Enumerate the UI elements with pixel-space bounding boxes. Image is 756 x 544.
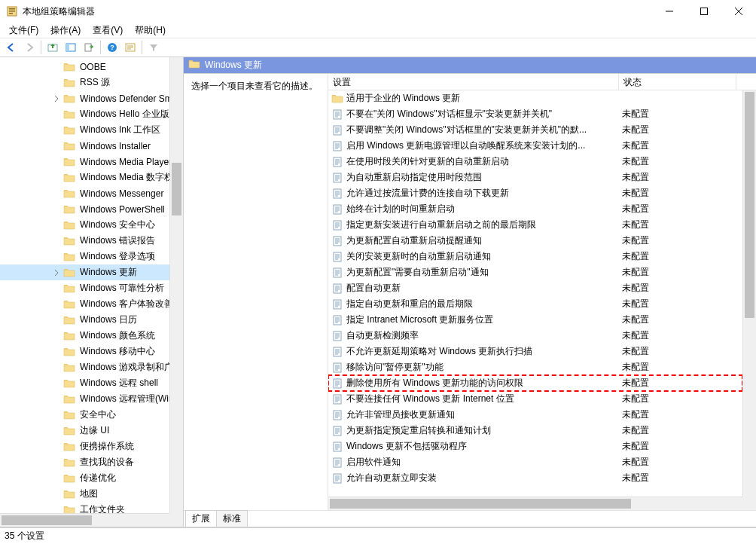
column-state[interactable]: 状态	[619, 74, 736, 90]
list-row[interactable]: 指定更新安装进行自动重新启动之前的最后期限未配置	[328, 217, 742, 233]
expander-icon[interactable]	[51, 315, 62, 325]
list-row[interactable]: 指定 Intranet Microsoft 更新服务位置未配置	[328, 312, 742, 328]
expander-icon[interactable]	[51, 426, 62, 436]
forward-button[interactable]	[21, 39, 38, 56]
list-row[interactable]: 关闭安装更新时的自动重新启动通知未配置	[328, 249, 742, 264]
expander-icon[interactable]	[51, 505, 62, 514]
tree-item[interactable]: 安全中心	[0, 407, 169, 423]
back-button[interactable]	[3, 39, 20, 56]
tree-item[interactable]: Windows Media 数字权	[0, 170, 169, 185]
expander-icon[interactable]	[51, 362, 62, 373]
tab-standard[interactable]: 标准	[216, 510, 248, 527]
tree-item[interactable]: 工作文件夹	[0, 502, 169, 513]
tree-item[interactable]: 地图	[0, 486, 169, 502]
expander-icon[interactable]	[51, 442, 62, 452]
menu-view[interactable]: 查看(V)	[88, 23, 127, 38]
tree-item[interactable]: Windows 日历	[0, 312, 169, 328]
tree-scroll[interactable]: OOBERSS 源Windows Defender SmartScreenWin…	[0, 57, 169, 513]
tree-item[interactable]: 边缘 UI	[0, 423, 169, 439]
properties-button[interactable]	[122, 39, 139, 56]
list-row[interactable]: 为更新配置"需要自动重新启动"通知未配置	[328, 264, 742, 280]
list-row[interactable]: 删除使用所有 Windows 更新功能的访问权限未配置	[328, 375, 742, 391]
expander-icon[interactable]	[51, 394, 62, 405]
tree-item[interactable]: Windows 远程管理(WinRM)	[0, 391, 169, 407]
expander-icon[interactable]	[51, 267, 62, 278]
list-vertical-scrollbar[interactable]	[742, 90, 756, 497]
help-button[interactable]: ?	[104, 39, 120, 56]
tree-item[interactable]: Windows 颜色系统	[0, 328, 169, 344]
list-row[interactable]: 不要连接任何 Windows 更新 Internet 位置未配置	[328, 391, 742, 407]
list-row[interactable]: 不要在"关闭 Windows"对话框显示"安装更新并关机"未配置	[328, 106, 742, 122]
up-button[interactable]	[44, 39, 61, 56]
expander-icon[interactable]	[51, 220, 62, 231]
list-row[interactable]: 配置自动更新未配置	[328, 280, 742, 296]
expander-icon[interactable]	[51, 125, 62, 136]
list-row[interactable]: 为更新指定预定重启转换和通知计划未配置	[328, 423, 742, 439]
expander-icon[interactable]	[51, 93, 62, 104]
filter-button[interactable]	[145, 39, 162, 56]
tree-item[interactable]: Windows Hello 企业版	[0, 106, 169, 122]
menu-file[interactable]: 文件(F)	[5, 23, 43, 38]
tree-item[interactable]: Windows 游戏录制和广	[0, 359, 169, 375]
tree-item[interactable]: Windows Messenger	[0, 185, 169, 201]
expander-icon[interactable]	[51, 457, 62, 468]
tree-item[interactable]: Windows 错误报告	[0, 233, 169, 249]
expander-icon[interactable]	[51, 236, 62, 246]
expander-icon[interactable]	[51, 188, 62, 199]
tree-item[interactable]: 便携操作系统	[0, 439, 169, 454]
list-row[interactable]: 启用软件通知未配置	[328, 454, 742, 470]
tree-item[interactable]: Windows Installer	[0, 138, 169, 154]
list-row[interactable]: Windows 更新不包括驱动程序未配置	[328, 439, 742, 454]
tree-horizontal-scrollbar[interactable]	[0, 513, 169, 527]
export-button[interactable]	[81, 39, 97, 56]
list-row[interactable]: 为自动重新启动指定使用时段范围未配置	[328, 170, 742, 185]
list-row[interactable]: 在使用时段关闭针对更新的自动重新启动未配置	[328, 154, 742, 170]
column-setting[interactable]: 设置	[328, 74, 619, 90]
list-row[interactable]: 指定自动更新和重启的最后期限未配置	[328, 296, 742, 312]
tab-extended[interactable]: 扩展	[185, 510, 217, 527]
scrollbar-thumb[interactable]	[172, 163, 181, 215]
tree-item[interactable]: Windows 远程 shell	[0, 375, 169, 391]
expander-icon[interactable]	[51, 141, 62, 151]
tree-item[interactable]: Windows Ink 工作区	[0, 122, 169, 138]
menu-help[interactable]: 帮助(H)	[130, 23, 170, 38]
expander-icon[interactable]	[51, 62, 62, 72]
list-row[interactable]: 不允许更新延期策略对 Windows 更新执行扫描未配置	[328, 344, 742, 359]
tree-item[interactable]: Windows 更新	[0, 264, 169, 280]
expander-icon[interactable]	[51, 283, 62, 294]
expander-icon[interactable]	[51, 331, 62, 341]
expander-icon[interactable]	[51, 109, 62, 120]
list-row[interactable]: 不要调整"关闭 Windows"对话框里的"安装更新并关机"的默...未配置	[328, 122, 742, 138]
show-hide-tree-button[interactable]	[62, 39, 79, 56]
tree-item[interactable]: Windows PowerShell	[0, 201, 169, 217]
expander-icon[interactable]	[51, 299, 62, 310]
tree-item[interactable]: Windows 登录选项	[0, 249, 169, 264]
tree-item[interactable]: Windows 安全中心	[0, 217, 169, 233]
tree-item[interactable]: Windows Defender SmartScreen	[0, 90, 169, 106]
close-button[interactable]	[721, 0, 756, 23]
tree-item[interactable]: OOBE	[0, 59, 169, 75]
tree-item[interactable]: Windows Media Player	[0, 154, 169, 170]
tree-item[interactable]: 传递优化	[0, 470, 169, 486]
tree-item[interactable]: 查找我的设备	[0, 454, 169, 470]
tree-item[interactable]: Windows 可靠性分析	[0, 280, 169, 296]
tree-item[interactable]: Windows 移动中心	[0, 344, 169, 359]
minimize-button[interactable]	[652, 0, 687, 23]
list-row[interactable]: 允许通过按流量计费的连接自动下载更新未配置	[328, 185, 742, 201]
list-row[interactable]: 允许自动更新立即安装未配置	[328, 470, 742, 486]
list-row[interactable]: 允许非管理员接收更新通知未配置	[328, 407, 742, 423]
expander-icon[interactable]	[51, 173, 62, 183]
list-row[interactable]: 为更新配置自动重新启动提醒通知未配置	[328, 233, 742, 249]
tree-item[interactable]: RSS 源	[0, 75, 169, 90]
expander-icon[interactable]	[51, 204, 62, 215]
list-row[interactable]: 移除访问"暂停更新"功能未配置	[328, 359, 742, 375]
tree-item[interactable]: Windows 客户体验改善	[0, 296, 169, 312]
scrollbar-thumb[interactable]	[745, 92, 754, 318]
list-row[interactable]: 始终在计划的时间重新启动未配置	[328, 201, 742, 217]
expander-icon[interactable]	[51, 78, 62, 88]
scrollbar-thumb[interactable]	[2, 515, 92, 525]
expander-icon[interactable]	[51, 347, 62, 357]
expander-icon[interactable]	[51, 489, 62, 500]
expander-icon[interactable]	[51, 252, 62, 262]
expander-icon[interactable]	[51, 410, 62, 420]
